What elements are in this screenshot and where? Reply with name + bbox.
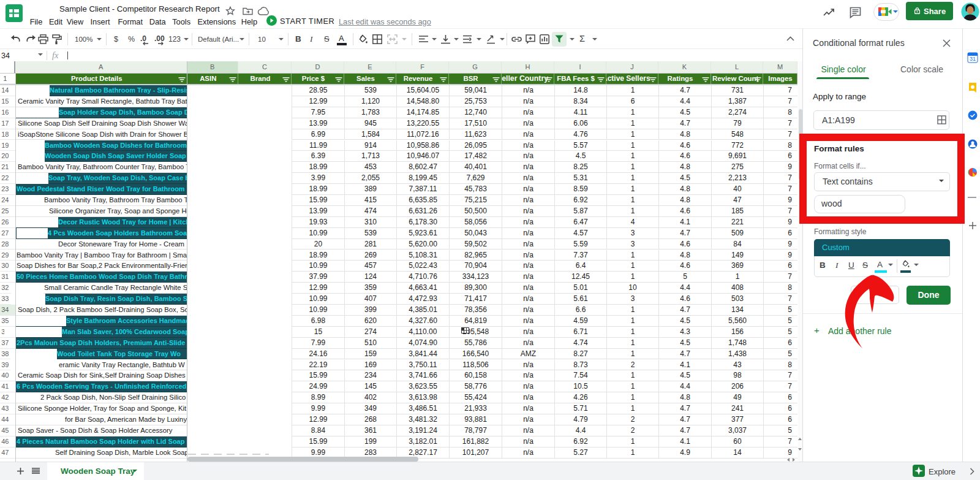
svg-text:31: 31 [970, 56, 976, 62]
